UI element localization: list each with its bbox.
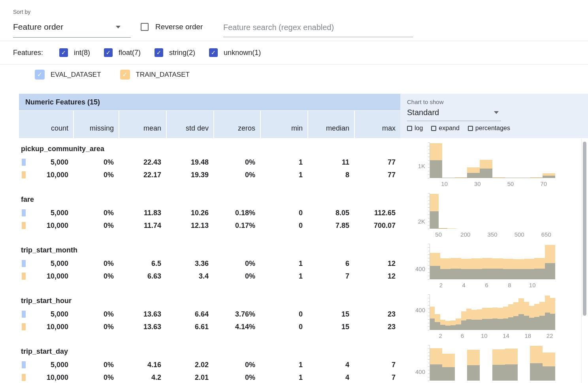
column-header-missing: missing	[73, 111, 119, 138]
feature-group-fare: fare5,0000%11.8310.260.18%08.05112.6510,…	[19, 189, 588, 239]
svg-text:650: 650	[541, 231, 551, 238]
feature-histogram: 4002610141822	[400, 290, 561, 341]
stat-mean: 4.2	[119, 374, 166, 382]
svg-text:22: 22	[547, 332, 553, 339]
checkbox-checked-icon: ✓	[104, 48, 113, 57]
chart-option-expand[interactable]: expand	[431, 125, 460, 132]
feature-search-field	[223, 21, 413, 37]
stats-row-eval: 5,0000%13.636.643.76%01523	[19, 308, 400, 320]
dataset-label: EVAL_DATASET	[51, 71, 101, 79]
svg-text:6: 6	[485, 282, 488, 288]
svg-text:18: 18	[525, 332, 531, 339]
stat-median: 6	[307, 260, 354, 268]
scrollbar-track[interactable]	[581, 138, 588, 383]
stat-missing: 0%	[73, 209, 119, 217]
chart-controls-panel: Chart to show Standard logexpandpercenta…	[400, 94, 588, 138]
dataset-toggle-train_dataset[interactable]: ✓TRAIN_DATASET	[120, 70, 190, 80]
feature-type-bar: Features: ✓int(8)✓float(7)✓string(2)✓unk…	[0, 41, 588, 64]
feature-type-filter-unknown[interactable]: ✓unknown(1)	[209, 48, 261, 57]
stat-zeros: 0%	[213, 374, 260, 382]
stat-std-dev: 10.26	[166, 209, 213, 217]
stat-median: 15	[307, 323, 354, 331]
eval-legend-swatch	[22, 361, 26, 368]
dropdown-arrow-icon	[494, 111, 499, 114]
feature-search-input[interactable]	[223, 21, 413, 37]
column-header-median: median	[307, 111, 354, 138]
svg-text:500: 500	[514, 231, 524, 238]
sort-order-select[interactable]: Feature order	[13, 22, 131, 38]
dataset-toggle-eval_dataset[interactable]: ✓EVAL_DATASET	[35, 70, 101, 80]
feature-type-label: int(8)	[74, 49, 90, 57]
stat-median: 8.05	[307, 209, 354, 217]
stat-missing: 0%	[73, 260, 119, 268]
feature-type-filter-string[interactable]: ✓string(2)	[155, 48, 195, 57]
feature-histogram: 2K50200350500650	[400, 189, 561, 239]
stat-mean: 11.83	[119, 209, 166, 217]
feature-type-label: unknown(1)	[224, 49, 261, 57]
train-legend-swatch	[22, 273, 26, 280]
column-header-row: countmissingmeanstd devzerosminmedianmax	[19, 110, 400, 138]
feature-group-pickup_community_area: pickup_community_area5,0000%22.4319.480%…	[19, 138, 588, 189]
stat-std-dev: 2.02	[166, 361, 213, 369]
dropdown-arrow-icon	[116, 26, 121, 28]
feature-stats: trip_start_day5,0000%4.162.020%14710,000…	[19, 341, 400, 383]
svg-text:2K: 2K	[418, 218, 425, 225]
sort-order-value: Feature order	[13, 22, 63, 31]
feature-type-filter-float[interactable]: ✓float(7)	[104, 48, 141, 57]
stat-std-dev: 12.13	[166, 222, 213, 230]
stat-max: 23	[354, 310, 400, 319]
feature-name: fare	[19, 189, 400, 207]
chart-type-select[interactable]: Standard	[407, 108, 501, 121]
stats-row-eval: 5,0000%11.8310.260.18%08.05112.65	[19, 207, 400, 219]
stat-std-dev: 6.64	[166, 310, 213, 319]
stat-count: 10,000	[19, 374, 73, 382]
table-header-left: Numeric Features (15) countmissingmeanst…	[19, 94, 400, 138]
train-legend-swatch	[22, 374, 26, 381]
table-title-bar: Numeric Features (15)	[19, 94, 400, 110]
stat-median: 4	[307, 374, 354, 382]
stat-max: 112.65	[354, 209, 400, 217]
stat-zeros: 0%	[213, 158, 260, 167]
stat-missing: 0%	[73, 374, 119, 382]
stat-min: 1	[260, 361, 307, 369]
stat-zeros: 0%	[213, 260, 260, 268]
stat-count: 10,000	[19, 171, 73, 179]
reverse-order-checkbox[interactable]: Reverse order	[141, 23, 203, 31]
chart-option-percentages[interactable]: percentages	[468, 125, 510, 132]
chart-option-label: expand	[439, 125, 460, 132]
stat-mean: 22.17	[119, 171, 166, 179]
histogram-fare: 2K50200350500650	[406, 192, 561, 239]
facets-overview-page: Sort by Feature order Reverse order Feat…	[0, 0, 588, 383]
checkbox-checked-icon: ✓	[35, 70, 45, 80]
svg-text:50: 50	[435, 231, 442, 238]
eval-legend-swatch	[22, 159, 26, 166]
sort-by-label: Sort by	[13, 9, 30, 15]
stat-mean: 6.63	[119, 272, 166, 281]
stats-row-train: 10,0000%4.22.010%147	[19, 371, 400, 383]
stat-count: 5,000	[19, 260, 73, 268]
chart-option-log[interactable]: log	[407, 125, 423, 132]
column-header-mean: mean	[119, 111, 166, 138]
stat-min: 0	[260, 310, 307, 319]
stat-median: 7.85	[307, 222, 354, 230]
stat-missing: 0%	[73, 272, 119, 281]
stat-count: 5,000	[19, 310, 73, 319]
stat-median: 7	[307, 272, 354, 281]
column-header-min: min	[260, 111, 307, 138]
stat-missing: 0%	[73, 310, 119, 319]
chart-option-label: percentages	[475, 125, 510, 132]
stat-mean: 13.63	[119, 323, 166, 331]
feature-type-label: float(7)	[119, 49, 141, 57]
checkbox-checked-icon: ✓	[120, 70, 130, 80]
stats-row-train: 10,0000%6.633.40%1712	[19, 270, 400, 283]
stat-min: 1	[260, 260, 307, 268]
scrollbar-thumb[interactable]	[583, 142, 586, 316]
svg-text:200: 200	[460, 231, 470, 238]
feature-stats: pickup_community_area5,0000%22.4319.480%…	[19, 138, 400, 189]
feature-group-trip_start_month: trip_start_month5,0000%6.53.360%161210,0…	[19, 239, 588, 290]
svg-text:2: 2	[439, 332, 442, 339]
eval-legend-swatch	[22, 209, 26, 216]
stat-min: 1	[260, 272, 307, 281]
feature-type-filters: ✓int(8)✓float(7)✓string(2)✓unknown(1)	[59, 48, 275, 57]
feature-type-filter-int[interactable]: ✓int(8)	[59, 48, 90, 57]
